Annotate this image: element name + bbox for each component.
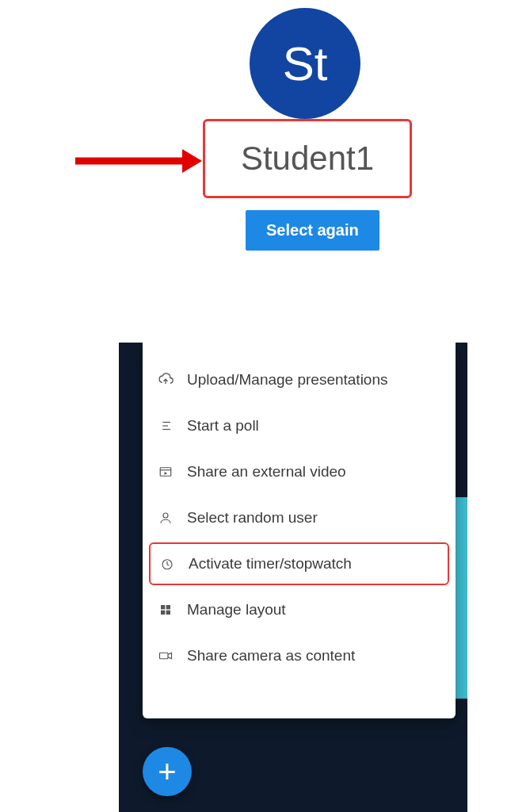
svg-marker-10 bbox=[165, 472, 168, 475]
upload-icon bbox=[157, 371, 174, 389]
video-icon bbox=[157, 463, 174, 481]
user-icon bbox=[157, 509, 174, 527]
svg-point-11 bbox=[163, 513, 168, 518]
actions-menu: Upload/Manage presentations Start a poll bbox=[143, 343, 456, 718]
menu-item-share-video[interactable]: Share an external video bbox=[143, 449, 456, 495]
annotation-arrow-icon bbox=[67, 147, 202, 174]
svg-rect-16 bbox=[166, 605, 170, 609]
random-user-result: St Student1 Select again bbox=[0, 0, 530, 333]
poll-icon bbox=[157, 417, 174, 435]
selected-student-highlight: Student1 bbox=[203, 119, 412, 198]
svg-rect-8 bbox=[160, 468, 171, 477]
select-again-button[interactable]: Select again bbox=[246, 210, 379, 251]
svg-rect-15 bbox=[161, 605, 165, 609]
menu-item-label: Share an external video bbox=[187, 463, 346, 481]
avatar-initials: St bbox=[283, 36, 328, 91]
layout-icon bbox=[157, 601, 174, 619]
menu-item-label: Start a poll bbox=[187, 417, 259, 435]
menu-item-random-user[interactable]: Select random user bbox=[143, 495, 456, 541]
svg-rect-19 bbox=[160, 653, 169, 659]
clock-icon bbox=[158, 555, 176, 573]
svg-rect-18 bbox=[166, 611, 170, 615]
menu-item-label: Manage layout bbox=[187, 601, 286, 619]
svg-line-14 bbox=[167, 565, 169, 566]
menu-item-upload[interactable]: Upload/Manage presentations bbox=[143, 357, 456, 403]
menu-item-poll[interactable]: Start a poll bbox=[143, 403, 456, 449]
actions-fab-button[interactable]: + bbox=[143, 747, 192, 796]
menu-item-share-camera[interactable]: Share camera as content bbox=[143, 633, 456, 679]
menu-item-label: Upload/Manage presentations bbox=[187, 371, 388, 389]
svg-rect-17 bbox=[161, 611, 165, 615]
menu-item-label: Activate timer/stopwatch bbox=[189, 555, 352, 573]
selected-student-name: Student1 bbox=[241, 140, 374, 178]
svg-marker-1 bbox=[182, 149, 202, 173]
avatar: St bbox=[250, 8, 360, 119]
menu-item-label: Select random user bbox=[187, 509, 318, 527]
camera-icon bbox=[157, 647, 174, 665]
presentation-panel: Upload/Manage presentations Start a poll bbox=[119, 343, 467, 812]
plus-icon: + bbox=[158, 754, 176, 790]
menu-item-label: Share camera as content bbox=[187, 647, 355, 665]
menu-item-timer[interactable]: Activate timer/stopwatch bbox=[149, 542, 449, 585]
menu-item-layout[interactable]: Manage layout bbox=[143, 587, 456, 633]
